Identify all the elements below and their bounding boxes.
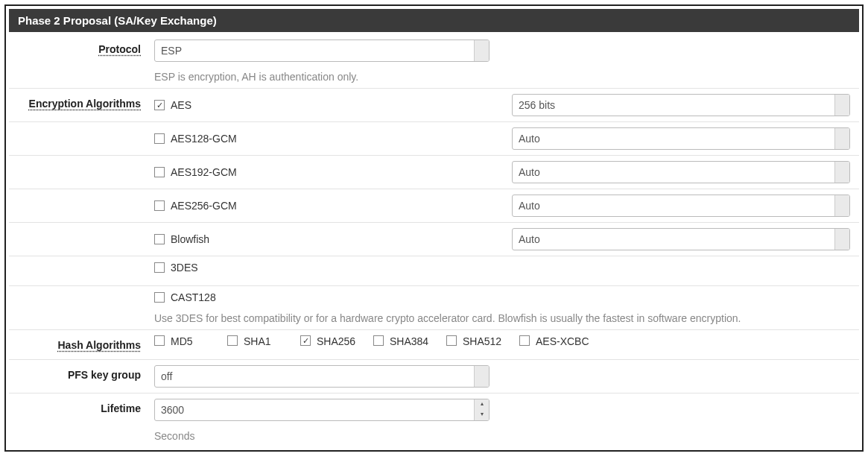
checkbox-icon[interactable] [300,335,311,346]
enc-option-aes192-gcm[interactable]: AES192-GCM [154,166,237,178]
checkbox-icon[interactable] [154,200,165,211]
label-protocol: Protocol [9,39,154,55]
checkbox-icon[interactable] [154,133,165,144]
hash-option-sha256[interactable]: SHA256 [300,335,373,347]
enc-option-blowfish[interactable]: Blowfish [154,233,209,245]
row-lifetime: Lifetime Seconds [9,393,859,447]
encryption-help: Use 3DES for best compatibility or for a… [154,312,850,324]
pfs-select[interactable]: off [154,365,490,388]
row-encryption-blowfish: BlowfishAuto [9,222,859,256]
hash-option-label: AES-XCBC [536,335,589,347]
enc-option-aes128-gcm[interactable]: AES128-GCM [154,133,237,145]
checkbox-icon[interactable] [154,234,165,244]
row-encryption-aes256-gcm: AES256-GCMAuto [9,189,859,222]
checkbox-icon[interactable] [154,292,165,303]
label-encryption [9,161,154,165]
hash-option-label: SHA512 [463,335,501,347]
hash-option-sha384[interactable]: SHA384 [373,335,446,347]
hash-option-label: SHA1 [244,335,271,347]
config-panel: Phase 2 Proposal (SA/Key Exchange) Proto… [4,4,864,452]
row-protocol: Protocol ESP ESP is encryption, AH is au… [9,32,859,88]
label-encryption [9,291,154,295]
label-encryption [9,195,154,198]
enc-keysize-select-aes256-gcm[interactable]: Auto [512,195,850,217]
enc-keysize-select-aes128-gcm[interactable]: Auto [512,127,850,150]
enc-option-3des[interactable]: 3DES [154,262,198,274]
checkbox-icon[interactable] [154,262,165,273]
enc-keysize-select-aes[interactable]: 256 bits [512,94,850,116]
checkbox-icon[interactable] [227,335,238,346]
checkbox-icon[interactable] [154,335,165,346]
label-hash: Hash Algorithms [9,335,154,351]
row-encryption-3des: 3DES [9,256,859,285]
checkbox-icon[interactable] [154,167,165,177]
hash-option-label: SHA384 [390,335,428,347]
form-body: Protocol ESP ESP is encryption, AH is au… [9,32,859,447]
enc-option-label: AES [171,99,191,111]
lifetime-input[interactable] [154,399,490,421]
label-pfs: PFS key group [9,365,154,381]
checkbox-icon[interactable] [373,335,384,346]
hash-option-md5[interactable]: MD5 [154,335,227,347]
enc-option-label: AES192-GCM [171,166,237,178]
label-encryption [9,262,154,265]
hash-option-sha512[interactable]: SHA512 [446,335,519,347]
hash-option-aes-xcbc[interactable]: AES-XCBC [519,335,592,347]
protocol-select[interactable]: ESP [154,39,490,62]
checkbox-icon[interactable] [446,335,457,346]
row-encryption-cast128: CAST128Use 3DES for best compatibility o… [9,285,859,329]
hash-option-sha1[interactable]: SHA1 [227,335,300,347]
row-hash: Hash Algorithms MD5SHA1SHA256SHA384SHA51… [9,329,859,359]
row-encryption-aes128-gcm: AES128-GCMAuto [9,121,859,155]
protocol-help: ESP is encryption, AH is authentication … [154,71,358,83]
label-encryption: Encryption Algorithms [9,94,154,110]
hash-option-label: MD5 [171,335,193,347]
row-encryption-aes192-gcm: AES192-GCMAuto [9,155,859,189]
label-encryption [9,127,154,131]
enc-keysize-select-blowfish[interactable]: Auto [512,228,850,250]
enc-option-label: AES256-GCM [171,200,237,212]
row-encryption-aes: Encryption AlgorithmsAES256 bits [9,88,859,121]
row-pfs: PFS key group off [9,359,859,393]
lifetime-unit: Seconds [154,430,194,442]
enc-option-label: 3DES [171,262,198,274]
checkbox-icon[interactable] [154,100,165,110]
panel-title: Phase 2 Proposal (SA/Key Exchange) [9,9,859,32]
hash-option-label: SHA256 [317,335,355,347]
enc-keysize-select-aes192-gcm[interactable]: Auto [512,161,850,183]
enc-option-aes[interactable]: AES [154,99,191,111]
checkbox-icon[interactable] [519,335,530,346]
label-encryption [9,228,154,232]
label-lifetime: Lifetime [9,399,154,414]
enc-option-label: AES128-GCM [171,133,237,145]
enc-option-label: CAST128 [171,291,216,303]
enc-option-label: Blowfish [171,233,209,245]
enc-option-cast128[interactable]: CAST128 [154,291,216,303]
enc-option-aes256-gcm[interactable]: AES256-GCM [154,200,237,212]
